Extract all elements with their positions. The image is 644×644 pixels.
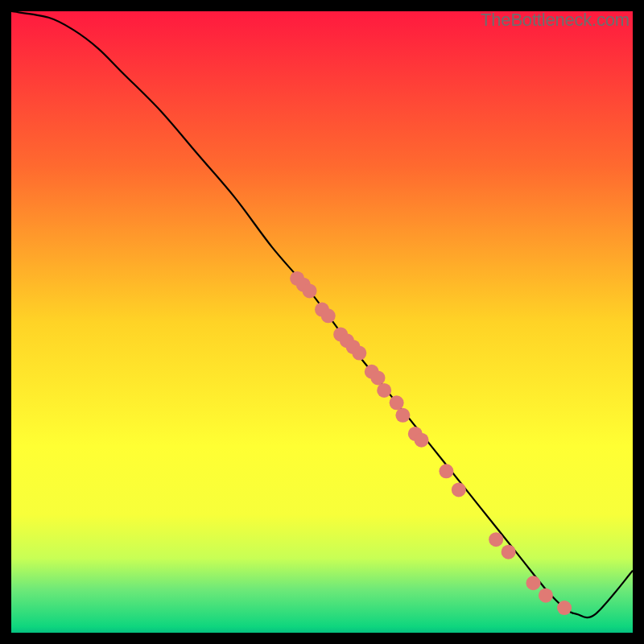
data-point — [395, 408, 410, 423]
data-point — [390, 395, 404, 410]
chart-plot-area — [11, 11, 633, 633]
data-point — [415, 433, 429, 448]
chart-frame: TheBottleneck.com — [0, 0, 644, 644]
chart-background — [11, 11, 633, 633]
data-point — [370, 370, 385, 385]
data-point — [557, 601, 572, 615]
data-point — [439, 464, 453, 478]
data-point — [452, 482, 466, 497]
data-point — [303, 283, 317, 298]
data-point — [352, 346, 366, 361]
data-point — [321, 308, 336, 323]
data-point — [539, 588, 553, 603]
data-point — [489, 532, 503, 547]
data-point — [526, 576, 540, 590]
data-point — [377, 383, 391, 398]
data-point — [502, 545, 516, 559]
chart-svg — [11, 11, 633, 633]
watermark-text: TheBottleneck.com — [481, 10, 630, 31]
